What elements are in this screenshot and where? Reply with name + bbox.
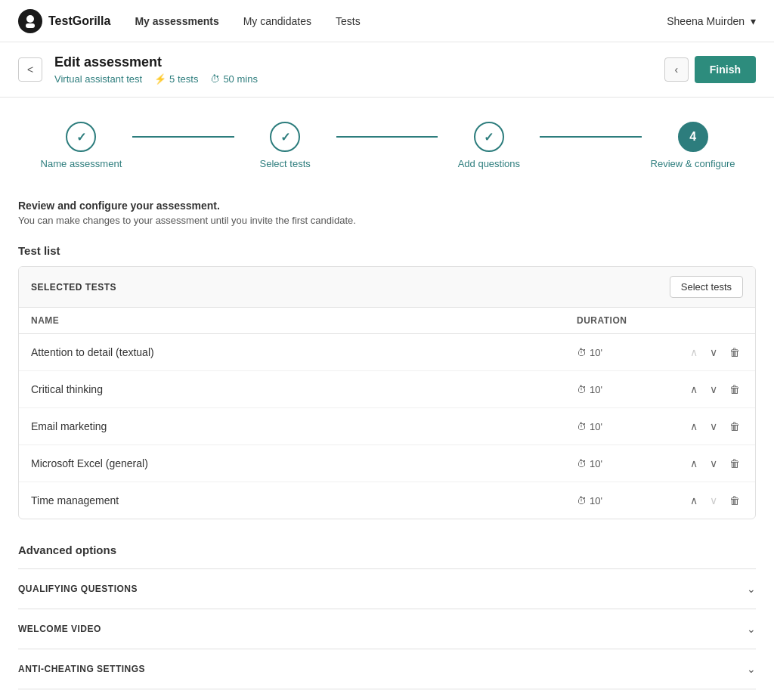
header-info: Edit assessment Virtual assistant test ⚡… (54, 54, 258, 85)
duration-meta: ⏱ 50 mins (210, 73, 258, 85)
step-3-circle: ✓ (474, 122, 504, 152)
step-line-1 (132, 136, 234, 138)
duration-value-1: 10' (590, 384, 602, 395)
qualifying-questions-label: QUALIFYING QUESTIONS (18, 584, 138, 594)
clock-icon-4: ⏱ (577, 495, 587, 506)
delete-button-1[interactable]: 🗑 (726, 382, 743, 397)
nav-my-assessments[interactable]: My assessments (135, 15, 218, 27)
duration-value: 50 mins (223, 73, 258, 85)
user-name: Sheena Muirden (667, 15, 745, 27)
test-actions-1: ∧ ∨ 🗑 (667, 382, 743, 397)
navbar-left: TestGorilla My assessments My candidates… (18, 9, 361, 33)
logo[interactable]: TestGorilla (18, 9, 110, 33)
header-meta: Virtual assistant test ⚡ 5 tests ⏱ 50 mi… (54, 73, 258, 85)
header-back-button[interactable]: < (18, 57, 42, 82)
duration-value-4: 10' (590, 495, 602, 506)
move-down-button-2[interactable]: ∨ (707, 419, 720, 434)
clock-icon-2: ⏱ (577, 421, 587, 432)
header-bar: < Edit assessment Virtual assistant test… (0, 42, 774, 98)
test-duration-0: ⏱ 10' (577, 347, 667, 358)
test-actions-2: ∧ ∨ 🗑 (667, 419, 743, 434)
advanced-options-section: Advanced options QUALIFYING QUESTIONS ⌄ … (18, 544, 756, 700)
test-duration-3: ⏱ 10' (577, 458, 667, 469)
chevron-down-icon-1: ⌄ (747, 623, 756, 635)
tests-icon: ⚡ (154, 73, 166, 85)
move-up-button-1[interactable]: ∧ (687, 382, 701, 397)
user-chevron-icon: ▾ (751, 15, 756, 27)
qualifying-questions-toggle[interactable]: QUALIFYING QUESTIONS ⌄ (18, 569, 756, 609)
table-row: Attention to detail (textual) ⏱ 10' ∧ ∨ … (19, 334, 755, 371)
finish-button[interactable]: Finish (695, 56, 756, 83)
test-table: NAME DURATION Attention to detail (textu… (19, 308, 755, 519)
test-duration-1: ⏱ 10' (577, 384, 667, 395)
move-up-button-3[interactable]: ∧ (687, 456, 701, 471)
table-row: Time management ⏱ 10' ∧ ∨ 🗑 (19, 482, 755, 519)
clock-icon-0: ⏱ (577, 347, 587, 358)
move-up-button-0[interactable]: ∧ (687, 345, 701, 360)
step-1-circle: ✓ (66, 122, 96, 152)
step-line-2 (336, 136, 438, 138)
step-2: ✓ Select tests (234, 122, 336, 169)
subtitle-text: Virtual assistant test (54, 73, 142, 85)
delete-button-4[interactable]: 🗑 (726, 493, 743, 508)
test-actions-0: ∧ ∨ 🗑 (667, 345, 743, 360)
test-list-container: SELECTED TESTS Select tests NAME DURATIO… (18, 266, 756, 519)
step-2-label: Select tests (260, 158, 311, 169)
select-tests-button[interactable]: Select tests (670, 276, 743, 298)
user-menu[interactable]: Sheena Muirden ▾ (667, 15, 756, 27)
tests-count-value: 5 tests (169, 73, 198, 85)
welcome-video-toggle[interactable]: WELCOME VIDEO ⌄ (18, 609, 756, 649)
move-down-button-1[interactable]: ∨ (707, 382, 720, 397)
move-down-button-3[interactable]: ∨ (707, 456, 720, 471)
step-line-3 (540, 136, 642, 138)
table-row: Email marketing ⏱ 10' ∧ ∨ 🗑 (19, 408, 755, 445)
test-name-2: Email marketing (31, 420, 577, 432)
extra-time-toggle[interactable]: EXTRA TIME FOR TESTS ⌄ (18, 689, 756, 700)
svg-rect-1 (26, 23, 35, 28)
table-row: Microsoft Excel (general) ⏱ 10' ∧ ∨ 🗑 (19, 445, 755, 482)
header-right: ‹ Finish (664, 56, 756, 83)
step-1: ✓ Name assessment (30, 122, 132, 169)
move-down-button-4[interactable]: ∨ (707, 493, 720, 508)
review-title: Review and configure your assessment. (18, 200, 756, 212)
step-2-circle: ✓ (270, 122, 300, 152)
anti-cheating-label: ANTI-CHEATING SETTINGS (18, 664, 145, 674)
clock-icon-3: ⏱ (577, 458, 587, 469)
delete-button-2[interactable]: 🗑 (726, 419, 743, 434)
duration-value-3: 10' (590, 458, 602, 469)
duration-value-0: 10' (590, 347, 602, 358)
table-row: Critical thinking ⏱ 10' ∧ ∨ 🗑 (19, 371, 755, 408)
selected-tests-label: SELECTED TESTS (31, 282, 116, 293)
welcome-video-label: WELCOME VIDEO (18, 624, 101, 634)
test-name-4: Time management (31, 494, 577, 506)
step-3-label: Add questions (458, 158, 520, 169)
nav-tests[interactable]: Tests (336, 15, 361, 27)
svg-point-0 (26, 15, 34, 23)
step-1-label: Name assessment (41, 158, 122, 169)
move-down-button-0[interactable]: ∨ (707, 345, 720, 360)
move-up-button-4[interactable]: ∧ (687, 493, 701, 508)
assessment-subtitle: Virtual assistant test (54, 73, 142, 85)
test-list-title: Test list (18, 244, 756, 257)
anti-cheating-toggle[interactable]: ANTI-CHEATING SETTINGS ⌄ (18, 649, 756, 689)
test-list-header: SELECTED TESTS Select tests (19, 267, 755, 308)
navbar: TestGorilla My assessments My candidates… (0, 0, 774, 42)
duration-value-2: 10' (590, 421, 602, 432)
test-duration-2: ⏱ 10' (577, 421, 667, 432)
step-4-label: Review & configure (651, 158, 735, 169)
delete-button-3[interactable]: 🗑 (726, 456, 743, 471)
step-4: 4 Review & configure (642, 122, 744, 169)
logo-icon (18, 9, 42, 33)
nav-my-candidates[interactable]: My candidates (243, 15, 311, 27)
advanced-options-title: Advanced options (18, 544, 756, 556)
delete-button-0[interactable]: 🗑 (726, 345, 743, 360)
test-name-3: Microsoft Excel (general) (31, 457, 577, 469)
step-3: ✓ Add questions (438, 122, 540, 169)
header-prev-button[interactable]: ‹ (664, 57, 689, 82)
page-title: Edit assessment (54, 54, 258, 70)
test-name-1: Critical thinking (31, 383, 577, 395)
review-subtitle: You can make changes to your assessment … (18, 215, 756, 226)
move-up-button-2[interactable]: ∧ (687, 419, 701, 434)
logo-text: TestGorilla (48, 14, 110, 28)
test-actions-3: ∧ ∨ 🗑 (667, 456, 743, 471)
